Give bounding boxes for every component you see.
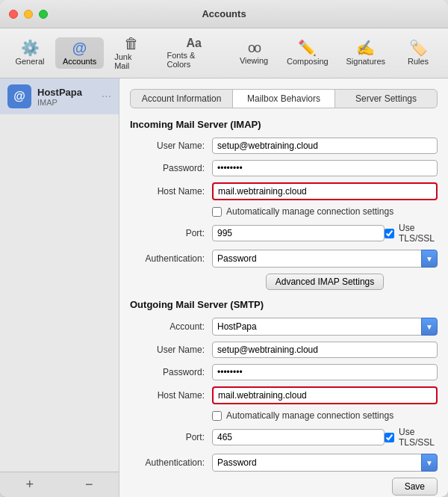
incoming-auto-manage-row: Automatically manage connection settings	[130, 206, 438, 217]
toolbar-item-accounts[interactable]: @ Accounts	[55, 37, 104, 69]
sidebar: @ HostPapa IMAP ··· + −	[0, 78, 119, 497]
close-button[interactable]	[9, 10, 18, 19]
outgoing-hostname-row: Host Name:	[130, 386, 438, 404]
account-avatar: @	[7, 84, 31, 108]
outgoing-auth-dropdown-button[interactable]: ▼	[421, 454, 438, 472]
outgoing-hostname-label: Host Name:	[130, 390, 212, 401]
rules-icon: 🏷️	[409, 40, 428, 55]
outgoing-account-select[interactable]: HostPapa	[212, 318, 422, 336]
incoming-auto-manage-checkbox[interactable]	[212, 207, 222, 217]
outgoing-hostname-control	[212, 386, 438, 404]
outgoing-ssl-group: Use TLS/SSL	[385, 427, 438, 448]
outgoing-auto-manage-row: Automatically manage connection settings	[130, 410, 438, 421]
outgoing-ssl-label: Use TLS/SSL	[399, 427, 435, 448]
fonts-icon: Aa	[187, 37, 202, 49]
account-info: HostPapa IMAP	[37, 87, 96, 107]
toolbar-item-signatures[interactable]: ✍️ Signatures	[339, 37, 393, 69]
incoming-password-label: Password:	[130, 163, 212, 173]
account-type: IMAP	[37, 98, 96, 107]
at-icon: @	[72, 40, 87, 55]
minimize-button[interactable]	[24, 10, 33, 19]
toolbar-label-composing: Composing	[287, 57, 329, 66]
outgoing-auth-row: Authentication: Password ▼	[130, 454, 438, 472]
maximize-button[interactable]	[39, 10, 48, 19]
traffic-lights	[9, 10, 48, 19]
incoming-section-title: Incoming Mail Server (IMAP)	[130, 119, 438, 130]
accounts-window: Accounts ⚙️ General @ Accounts 🗑 Junk Ma…	[0, 0, 448, 497]
add-account-button[interactable]: +	[0, 472, 60, 497]
incoming-auth-dropdown-button[interactable]: ▼	[421, 250, 438, 268]
outgoing-account-dropdown-button[interactable]: ▼	[421, 318, 438, 336]
tabs: Account Information Mailbox Behaviors Se…	[130, 89, 438, 108]
account-name: HostPapa	[37, 87, 96, 98]
incoming-ssl-checkbox[interactable]	[385, 229, 394, 238]
outgoing-section-title: Outgoing Mail Server (SMTP)	[130, 299, 438, 310]
outgoing-hostname-input[interactable]	[212, 386, 438, 404]
content-panel: Account Information Mailbox Behaviors Se…	[119, 78, 448, 497]
toolbar: ⚙️ General @ Accounts 🗑 Junk Mail Aa Fon…	[0, 28, 448, 78]
advanced-imap-button[interactable]: Advanced IMAP Settings	[266, 274, 385, 290]
toolbar-item-junk-mail[interactable]: 🗑 Junk Mail	[107, 33, 156, 73]
tab-account-information[interactable]: Account Information	[131, 90, 233, 108]
outgoing-username-label: User Name:	[130, 345, 212, 355]
toolbar-label-fonts-colors: Fonts & Colors	[167, 51, 221, 69]
incoming-username-row: User Name:	[130, 138, 438, 154]
incoming-ssl-group: Use TLS/SSL	[385, 223, 438, 244]
outgoing-port-ssl-row: Port: Use TLS/SSL	[130, 427, 438, 448]
incoming-username-label: User Name:	[130, 141, 212, 151]
outgoing-port-label: Port:	[130, 432, 212, 442]
toolbar-item-general[interactable]: ⚙️ General	[7, 37, 52, 69]
window-title: Accounts	[202, 8, 246, 19]
account-more-icon[interactable]: ···	[102, 90, 111, 103]
advanced-imap-row: Advanced IMAP Settings	[130, 274, 438, 290]
junk-icon: 🗑	[124, 36, 139, 51]
toolbar-item-rules[interactable]: 🏷️ Rules	[396, 37, 441, 69]
toolbar-label-viewing: Viewing	[240, 56, 268, 65]
outgoing-account-row: Account: HostPapa ▼	[130, 318, 438, 336]
outgoing-auto-manage-checkbox[interactable]	[212, 411, 222, 421]
outgoing-password-input[interactable]	[212, 364, 438, 380]
signatures-icon: ✍️	[356, 40, 375, 55]
incoming-auto-manage-label: Automatically manage connection settings	[226, 206, 393, 217]
save-button[interactable]: Save	[392, 478, 438, 496]
toolbar-label-junk-mail: Junk Mail	[114, 52, 149, 70]
outgoing-account-label: Account:	[130, 321, 212, 332]
incoming-hostname-control	[212, 182, 438, 200]
outgoing-auth-select[interactable]: Password	[212, 454, 422, 472]
main-area: @ HostPapa IMAP ··· + − Account Informat…	[0, 78, 448, 497]
outgoing-password-label: Password:	[130, 367, 212, 377]
tab-mailbox-behaviors[interactable]: Mailbox Behaviors	[233, 90, 335, 108]
incoming-auth-label: Authentication:	[130, 253, 212, 264]
outgoing-password-control	[212, 364, 438, 380]
viewing-icon: oo	[248, 41, 260, 55]
incoming-password-control	[212, 160, 438, 176]
incoming-port-label: Port:	[130, 228, 212, 238]
toolbar-item-viewing[interactable]: oo Viewing	[231, 38, 276, 68]
incoming-password-input[interactable]	[212, 160, 438, 176]
composing-icon: ✏️	[298, 40, 317, 55]
sidebar-footer: + −	[0, 472, 119, 497]
toolbar-label-signatures: Signatures	[346, 57, 385, 66]
title-bar: Accounts	[0, 0, 448, 28]
incoming-hostname-input[interactable]	[212, 182, 438, 200]
outgoing-auth-select-wrapper: Password ▼	[212, 454, 438, 472]
incoming-auth-select-wrapper: Password ▼	[212, 250, 438, 268]
remove-account-button[interactable]: −	[60, 472, 119, 497]
outgoing-auth-label: Authentication:	[130, 457, 212, 468]
tab-server-settings[interactable]: Server Settings	[335, 90, 437, 108]
incoming-port-input[interactable]	[212, 225, 385, 241]
toolbar-label-rules: Rules	[408, 57, 429, 66]
toolbar-item-fonts-colors[interactable]: Aa Fonts & Colors	[159, 34, 228, 72]
account-list-item[interactable]: @ HostPapa IMAP ···	[0, 78, 119, 114]
outgoing-username-control	[212, 342, 438, 358]
incoming-username-input[interactable]	[212, 138, 438, 154]
outgoing-ssl-checkbox[interactable]	[385, 433, 394, 442]
incoming-port-ssl-row: Port: Use TLS/SSL	[130, 223, 438, 244]
outgoing-auto-manage-label: Automatically manage connection settings	[226, 410, 393, 421]
incoming-auth-select[interactable]: Password	[212, 250, 422, 268]
outgoing-username-input[interactable]	[212, 342, 438, 358]
toolbar-item-composing[interactable]: ✏️ Composing	[279, 37, 336, 69]
incoming-auth-row: Authentication: Password ▼	[130, 250, 438, 268]
outgoing-username-row: User Name:	[130, 342, 438, 358]
outgoing-port-input[interactable]	[212, 429, 385, 445]
